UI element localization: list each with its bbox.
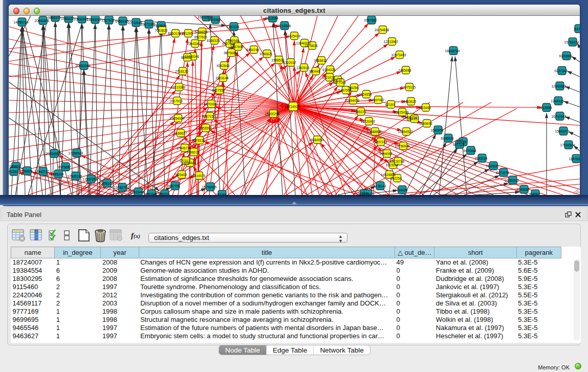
svg-text:19166827: 19166827 <box>172 132 187 135</box>
svg-text:1145194: 1145194 <box>51 172 64 176</box>
svg-text:11325419: 11325419 <box>286 34 301 38</box>
svg-text:10688809: 10688809 <box>367 130 382 134</box>
svg-text:8878332: 8878332 <box>192 139 205 142</box>
svg-text:7515526: 7515526 <box>154 24 167 28</box>
svg-text:7632621: 7632621 <box>486 164 499 168</box>
svg-text:9875685: 9875685 <box>224 51 237 55</box>
svg-text:2867608: 2867608 <box>230 45 244 49</box>
svg-text:252254: 252254 <box>390 177 402 180</box>
svg-text:9146821: 9146821 <box>259 52 273 56</box>
svg-text:7386372: 7386372 <box>353 110 366 114</box>
svg-text:2718120: 2718120 <box>175 70 188 73</box>
svg-text:17957255: 17957255 <box>83 178 98 181</box>
svg-text:12213967: 12213967 <box>384 40 399 43</box>
svg-text:19218506: 19218506 <box>276 24 291 28</box>
svg-text:8322037: 8322037 <box>283 61 296 64</box>
svg-text:9463627: 9463627 <box>403 100 417 103</box>
svg-text:10973493: 10973493 <box>391 53 406 57</box>
svg-text:15716485: 15716485 <box>202 185 217 189</box>
svg-text:1170061: 1170061 <box>204 102 217 106</box>
svg-text:20206556: 20206556 <box>46 152 61 156</box>
svg-text:1362615: 1362615 <box>296 66 310 70</box>
svg-text:9084067: 9084067 <box>379 152 393 156</box>
svg-text:10046736: 10046736 <box>177 146 191 150</box>
svg-text:12213389: 12213389 <box>171 85 186 89</box>
svg-text:7625402: 7625402 <box>174 173 187 177</box>
svg-text:8813054: 8813054 <box>265 16 278 20</box>
svg-text:985051: 985051 <box>9 165 20 168</box>
svg-text:8454749: 8454749 <box>246 48 259 52</box>
svg-text:1527602: 1527602 <box>101 18 115 22</box>
svg-text:9777169: 9777169 <box>333 81 346 84</box>
svg-text:14524851: 14524851 <box>381 173 396 177</box>
svg-text:12975115: 12975115 <box>401 85 416 89</box>
svg-text:1175834: 1175834 <box>305 44 318 48</box>
svg-text:10756928: 10756928 <box>395 144 410 148</box>
svg-text:20691406: 20691406 <box>35 19 50 23</box>
svg-text:985779: 985779 <box>158 192 169 195</box>
svg-text:14055724: 14055724 <box>14 20 29 24</box>
svg-text:3498222: 3498222 <box>186 150 200 154</box>
svg-text:6794028: 6794028 <box>322 68 336 72</box>
svg-text:15720407: 15720407 <box>361 120 376 123</box>
svg-text:891295: 891295 <box>182 32 193 35</box>
svg-text:1017513: 1017513 <box>169 99 183 103</box>
svg-text:11172: 11172 <box>573 27 580 31</box>
svg-text:1088327: 1088327 <box>61 17 74 20</box>
svg-text:16210643: 16210643 <box>552 115 567 118</box>
svg-text:1603381: 1603381 <box>208 18 221 21</box>
svg-text:10654112: 10654112 <box>505 179 519 182</box>
svg-text:9115460: 9115460 <box>419 106 431 110</box>
svg-text:14136141: 14136141 <box>372 184 387 188</box>
svg-text:9699695: 9699695 <box>419 122 432 125</box>
svg-text:184957: 184957 <box>408 117 419 121</box>
svg-text:9975887: 9975887 <box>58 165 71 169</box>
svg-text:18724007: 18724007 <box>285 105 300 108</box>
svg-text:19384554: 19384554 <box>309 138 324 142</box>
svg-text:19654934: 19654934 <box>170 117 185 120</box>
svg-text:10120746: 10120746 <box>390 160 405 163</box>
svg-text:1244415: 1244415 <box>551 99 564 103</box>
svg-text:10958107: 10958107 <box>99 182 114 185</box>
svg-text:16648784: 16648784 <box>445 49 460 53</box>
svg-text:3215955: 3215955 <box>539 106 552 110</box>
svg-text:19654923: 19654923 <box>398 130 413 134</box>
svg-text:9527503: 9527503 <box>194 35 207 39</box>
svg-text:9886370: 9886370 <box>48 16 61 19</box>
svg-text:10543362: 10543362 <box>187 42 202 46</box>
svg-text:2803144: 2803144 <box>215 76 229 80</box>
svg-text:(x): (x) <box>134 233 140 239</box>
svg-text:157164: 157164 <box>215 193 227 195</box>
svg-text:7485083: 7485083 <box>398 69 411 72</box>
svg-text:18300295: 18300295 <box>265 112 280 116</box>
svg-text:16553267: 16553267 <box>87 18 102 21</box>
svg-text:9245652: 9245652 <box>516 188 530 191</box>
svg-text:7955812: 7955812 <box>314 59 327 62</box>
svg-text:1167534: 1167534 <box>569 157 580 161</box>
svg-text:11353594: 11353594 <box>198 126 212 130</box>
svg-text:9227342: 9227342 <box>554 69 568 73</box>
svg-text:1733426: 1733426 <box>395 188 408 192</box>
svg-text:15807249: 15807249 <box>373 140 387 144</box>
svg-text:8938923: 8938923 <box>441 137 454 140</box>
svg-text:990448: 990448 <box>309 70 320 73</box>
svg-text:10507487: 10507487 <box>370 98 385 102</box>
svg-text:2935114: 2935114 <box>475 157 488 160</box>
svg-text:1615112: 1615112 <box>386 163 399 167</box>
svg-text:12942737: 12942737 <box>35 170 50 173</box>
svg-text:20053346: 20053346 <box>76 64 91 68</box>
svg-text:12923448: 12923448 <box>130 190 145 194</box>
svg-text:924562: 924562 <box>529 192 540 195</box>
svg-text:1588520: 1588520 <box>271 58 285 62</box>
svg-text:10025438: 10025438 <box>394 111 409 114</box>
svg-text:20364436: 20364436 <box>345 99 360 102</box>
svg-text:8267150: 8267150 <box>202 115 215 118</box>
svg-text:16782759: 16782759 <box>114 186 129 189</box>
svg-text:991591: 991591 <box>9 170 18 173</box>
svg-text:1156829: 1156829 <box>20 169 33 173</box>
svg-text:7357224: 7357224 <box>226 25 239 29</box>
svg-text:16154838: 16154838 <box>375 28 389 32</box>
svg-text:16914479: 16914479 <box>191 174 206 178</box>
svg-text:9857791: 9857791 <box>167 184 181 188</box>
svg-text:7663822: 7663822 <box>155 29 168 32</box>
